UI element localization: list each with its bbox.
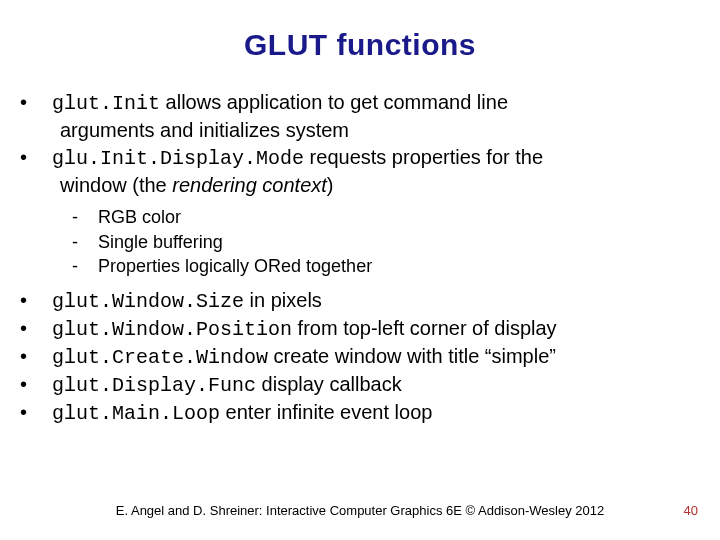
body-text: in pixels: [244, 289, 322, 311]
bullet-continuation: window (the rendering context): [40, 173, 680, 198]
bullet-dot-icon: •: [40, 344, 52, 369]
code-text: glu.Init.Display.Mode: [52, 147, 304, 170]
bullet-item: •glut.Create.Window create window with t…: [40, 344, 680, 370]
body-text: enter infinite event loop: [220, 401, 432, 423]
bullet-item: •glut.Main.Loop enter infinite event loo…: [40, 400, 680, 426]
body-text: RGB color: [98, 207, 181, 227]
body-text: requests properties for the: [304, 146, 543, 168]
body-text: ): [327, 174, 334, 196]
body-text: Single buffering: [98, 232, 223, 252]
bullet-item: •glut.Window.Position from top-left corn…: [40, 316, 680, 342]
page-number: 40: [684, 503, 698, 518]
code-text: glut.Init: [52, 92, 160, 115]
bullet-dot-icon: •: [40, 90, 52, 115]
bullet-dot-icon: •: [40, 145, 52, 170]
bullet-item: •glut.Window.Size in pixels: [40, 288, 680, 314]
bullet-dot-icon: •: [40, 288, 52, 313]
dash-icon: -: [86, 206, 98, 229]
sub-bullet-item: -RGB color: [86, 206, 680, 229]
body-text: window (the: [60, 174, 172, 196]
sub-bullet-list: -RGB color -Single buffering -Properties…: [40, 206, 680, 278]
bullet-item: •glut.Display.Func display callback: [40, 372, 680, 398]
footer-text: E. Angel and D. Shreiner: Interactive Co…: [0, 503, 720, 518]
body-text: allows application to get command line: [160, 91, 508, 113]
bullet-dot-icon: •: [40, 372, 52, 397]
body-text: Properties logically ORed together: [98, 256, 372, 276]
bullet-continuation: arguments and initializes system: [40, 118, 680, 143]
body-text: display callback: [256, 373, 402, 395]
code-text: glut.Main.Loop: [52, 402, 220, 425]
body-text: from top-left corner of display: [292, 317, 557, 339]
code-text: glut.Display.Func: [52, 374, 256, 397]
code-text: glut.Window.Size: [52, 290, 244, 313]
code-text: glut.Window.Position: [52, 318, 292, 341]
slide: GLUT functions •glut.Init allows applica…: [0, 0, 720, 540]
code-text: glut.Create.Window: [52, 346, 268, 369]
slide-title: GLUT functions: [40, 28, 680, 62]
bullet-item: •glu.Init.Display.Mode requests properti…: [40, 145, 680, 171]
sub-bullet-item: -Properties logically ORed together: [86, 255, 680, 278]
dash-icon: -: [86, 255, 98, 278]
bullet-list: •glut.Init allows application to get com…: [40, 90, 680, 426]
italic-text: rendering context: [172, 174, 327, 196]
body-text: create window with title “simple”: [268, 345, 556, 367]
dash-icon: -: [86, 231, 98, 254]
sub-bullet-item: -Single buffering: [86, 231, 680, 254]
bullet-item: •glut.Init allows application to get com…: [40, 90, 680, 116]
bullet-dot-icon: •: [40, 400, 52, 425]
bullet-dot-icon: •: [40, 316, 52, 341]
